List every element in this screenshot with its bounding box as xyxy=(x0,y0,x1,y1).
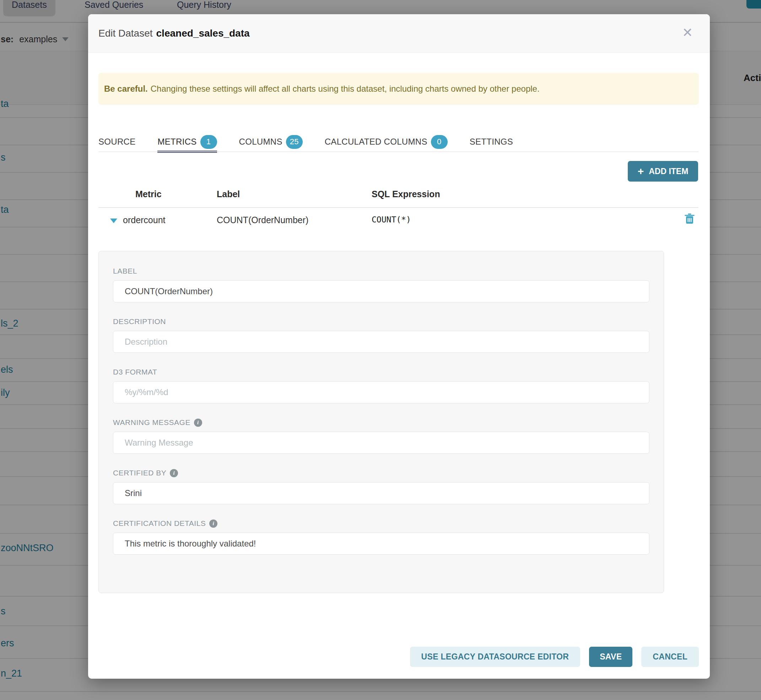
tab-metrics[interactable]: METRICS 1 xyxy=(157,131,217,152)
calculated-columns-count-badge: 0 xyxy=(431,135,448,149)
close-icon[interactable]: ✕ xyxy=(675,14,700,52)
label-input[interactable] xyxy=(113,280,649,302)
add-item-label: ADD ITEM xyxy=(649,167,688,176)
warning-banner-text: Changing these settings will affect all … xyxy=(151,84,540,94)
tab-label: SETTINGS xyxy=(470,137,513,147)
use-legacy-datasource-editor-button[interactable]: USE LEGACY DATASOURCE EDITOR xyxy=(410,647,581,667)
tab-calculated-columns[interactable]: CALCULATED COLUMNS 0 xyxy=(325,131,448,152)
metric-sql-cell: COUNT(*) xyxy=(372,215,411,224)
d3-format-input[interactable] xyxy=(113,381,649,403)
field-label-text: LABEL xyxy=(113,267,137,275)
field-label-text: DESCRIPTION xyxy=(113,317,166,326)
warning-message-field-label: WARNING MESSAGE i xyxy=(113,418,649,427)
warning-banner-bold: Be careful. xyxy=(104,84,148,94)
dataset-name: cleaned_sales_data xyxy=(156,28,250,39)
d3-format-field-label: D3 FORMAT xyxy=(113,368,649,376)
tab-label: COLUMNS xyxy=(239,137,283,147)
field-label-text: CERTIFICATION DETAILS xyxy=(113,519,206,528)
info-icon: i xyxy=(194,419,202,427)
field-label-text: CERTIFIED BY xyxy=(113,469,166,477)
certified-by-field-group: CERTIFIED BY i xyxy=(113,469,649,504)
tabs-divider xyxy=(98,152,698,152)
modal-header: Edit Datasetcleaned_sales_data ✕ xyxy=(88,14,710,53)
certification-details-input[interactable] xyxy=(113,533,649,555)
tab-label: METRICS xyxy=(157,137,197,147)
collapse-row-caret-icon[interactable] xyxy=(110,219,117,223)
d3-format-field-group: D3 FORMAT xyxy=(113,368,649,403)
info-icon: i xyxy=(170,469,178,477)
grid-header-sql-expression: SQL Expression xyxy=(372,189,440,199)
tab-columns[interactable]: COLUMNS 25 xyxy=(239,131,303,152)
modal-title: Edit Dataset xyxy=(98,28,153,39)
label-field-label: LABEL xyxy=(113,267,649,275)
cancel-button[interactable]: CANCEL xyxy=(641,647,699,667)
metric-label-cell: COUNT(OrderNumber) xyxy=(217,215,308,225)
page-root: Datasets Saved Queries Query History se:… xyxy=(0,0,761,700)
description-field-label: DESCRIPTION xyxy=(113,317,649,326)
field-label-text: WARNING MESSAGE xyxy=(113,418,191,427)
delete-metric-trash-icon[interactable] xyxy=(684,213,695,225)
tab-label: SOURCE xyxy=(98,137,135,147)
field-label-text: D3 FORMAT xyxy=(113,368,157,376)
grid-header-metric: Metric xyxy=(135,189,162,199)
add-item-button[interactable]: + ADD ITEM xyxy=(628,161,698,181)
label-field-group: LABEL xyxy=(113,267,649,302)
columns-count-badge: 25 xyxy=(286,135,303,149)
grid-header-label: Label xyxy=(217,189,240,199)
tab-label: CALCULATED COLUMNS xyxy=(325,137,427,147)
modal-tabs: SOURCE METRICS 1 COLUMNS 25 CALCULATED C… xyxy=(98,131,513,152)
save-button[interactable]: SAVE xyxy=(589,647,632,667)
warning-message-field-group: WARNING MESSAGE i xyxy=(113,418,649,454)
certification-details-field-group: CERTIFICATION DETAILS i xyxy=(113,519,649,555)
description-input[interactable] xyxy=(113,331,649,353)
tab-source[interactable]: SOURCE xyxy=(98,131,135,152)
plus-icon: + xyxy=(638,166,644,177)
description-field-group: DESCRIPTION xyxy=(113,317,649,353)
tab-settings[interactable]: SETTINGS xyxy=(470,131,513,152)
warning-message-input[interactable] xyxy=(113,432,649,454)
metric-name-cell: ordercount xyxy=(123,215,166,225)
certified-by-field-label: CERTIFIED BY i xyxy=(113,469,649,477)
certification-details-field-label: CERTIFICATION DETAILS i xyxy=(113,519,649,528)
edit-dataset-modal: Edit Datasetcleaned_sales_data ✕ Be care… xyxy=(88,14,710,679)
modal-footer: USE LEGACY DATASOURCE EDITOR SAVE CANCEL xyxy=(410,647,699,667)
certified-by-input[interactable] xyxy=(113,482,649,504)
metrics-count-badge: 1 xyxy=(200,135,217,149)
metric-edit-panel: LABEL DESCRIPTION D3 FORMAT WARNING MESS… xyxy=(98,251,664,593)
grid-header-divider xyxy=(98,207,698,208)
info-icon: i xyxy=(209,519,217,528)
warning-banner: Be careful.Changing these settings will … xyxy=(98,73,699,105)
